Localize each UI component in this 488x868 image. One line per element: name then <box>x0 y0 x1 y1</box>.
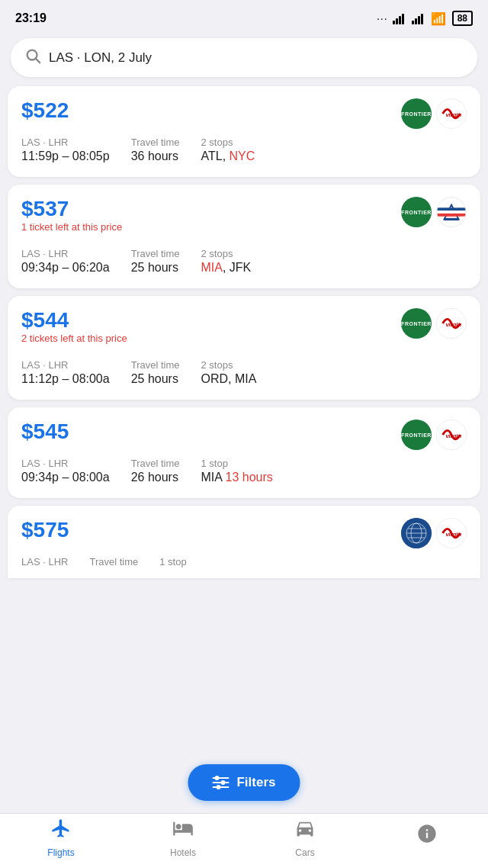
price-4: $545 <box>21 420 69 444</box>
airline-logos-1: FRONTIER virgin <box>401 98 467 129</box>
route-label-5: LAS · LHR <box>21 556 68 567</box>
status-bar: 23:19 ··· 📶 88 <box>0 0 488 34</box>
price-5: $575 <box>21 518 69 542</box>
travel-value-4: 26 hours <box>131 471 180 484</box>
travel-label-4: Travel time <box>131 458 180 469</box>
flight-details-4: LAS · LHR 09:34p – 08:00a Travel time 26… <box>21 458 467 484</box>
flight-details-1: LAS · LHR 11:59p – 08:05p Travel time 36… <box>21 137 467 163</box>
svg-text:virgin: virgin <box>445 531 461 538</box>
flight-route-5: LAS · LHR <box>21 556 68 569</box>
search-bar[interactable]: LAS · LON, 2 July <box>11 38 477 77</box>
filters-button[interactable]: Filters <box>188 764 300 801</box>
stops-label-1: 2 stops <box>201 137 255 148</box>
svg-text:virgin: virgin <box>445 111 461 118</box>
hotels-nav-label: Hotels <box>170 847 196 858</box>
svg-point-29 <box>216 785 220 789</box>
airline-logos-4: FRONTIER virgin <box>401 420 467 450</box>
cars-nav-label: Cars <box>295 847 314 858</box>
nav-flights[interactable]: Flights <box>0 818 122 858</box>
flight-card-4[interactable]: $545 FRONTIER virgin LAS · LHR 09:34p – … <box>8 407 480 498</box>
filters-label: Filters <box>236 775 275 790</box>
flight-card-1[interactable]: $522 FRONTIER virgin LAS · LHR <box>8 86 480 177</box>
virgin-logo-1: virgin <box>436 98 467 129</box>
flights-nav-label: Flights <box>47 847 74 858</box>
price-2: $537 <box>21 197 69 220</box>
signal2-icon <box>412 12 423 24</box>
bottom-nav: Flights Hotels Cars <box>0 813 488 868</box>
route-label-3: LAS · LHR <box>21 359 110 371</box>
travel-label-2: Travel time <box>131 248 180 259</box>
price-3: $544 <box>21 308 69 332</box>
card-header-5: $575 vir <box>21 518 467 548</box>
nav-info[interactable] <box>366 823 488 853</box>
flight-card-5[interactable]: $575 vir <box>8 506 480 578</box>
stops-detail-1: ATL, NYC <box>201 149 255 163</box>
frontier-logo-3: FRONTIER <box>401 308 432 339</box>
route-label-1: LAS · LHR <box>21 137 110 148</box>
united-logo-5 <box>401 518 432 548</box>
frontier-logo-1: FRONTIER <box>401 98 432 129</box>
stops-2: 2 stops MIA, JFK <box>201 248 251 275</box>
card-header-4: $545 FRONTIER virgin <box>21 420 467 450</box>
status-icons: ··· 📶 88 <box>377 11 473 26</box>
delta-logo-2 <box>436 197 467 227</box>
svg-text:virgin: virgin <box>445 321 461 328</box>
dots-icon: ··· <box>377 12 388 24</box>
svg-point-27 <box>214 776 219 780</box>
card-header-1: $522 FRONTIER virgin <box>21 98 467 129</box>
nav-hotels[interactable]: Hotels <box>122 818 244 858</box>
search-icon <box>24 47 41 68</box>
route-times-3: 11:12p – 08:00a <box>21 372 110 386</box>
route-label-2: LAS · LHR <box>21 248 110 259</box>
stops-label-4: 1 stop <box>201 458 272 469</box>
airline-logos-2: FRONTIER <box>401 197 467 227</box>
virgin-logo-3: virgin <box>436 308 467 339</box>
svg-point-28 <box>220 780 225 785</box>
info-icon <box>416 823 438 850</box>
price-1: $522 <box>21 98 69 123</box>
battery-icon: 88 <box>452 11 473 26</box>
travel-label-3: Travel time <box>131 359 180 371</box>
stops-3: 2 stops ORD, MIA <box>201 359 256 386</box>
hotels-icon <box>172 818 194 844</box>
card-header-3: $544 2 tickets left at this price FRONTI… <box>21 308 467 352</box>
travel-value-3: 25 hours <box>131 372 180 386</box>
travel-value-1: 36 hours <box>131 149 180 163</box>
travel-label-5: Travel time <box>89 556 138 567</box>
svg-text:virgin: virgin <box>445 432 461 439</box>
travel-time-1: Travel time 36 hours <box>131 137 180 163</box>
route-times-2: 09:34p – 06:20a <box>21 261 110 275</box>
travel-time-2: Travel time 25 hours <box>131 248 180 275</box>
stops-label-2: 2 stops <box>201 248 251 259</box>
flight-card-2[interactable]: $537 1 ticket left at this price FRONTIE… <box>8 185 480 288</box>
svg-rect-8 <box>437 207 466 211</box>
travel-time-3: Travel time 25 hours <box>131 359 180 386</box>
stops-detail-4: MIA 13 hours <box>201 471 272 484</box>
route-times-1: 11:59p – 08:05p <box>21 149 110 163</box>
flight-route-4: LAS · LHR 09:34p – 08:00a <box>21 458 110 484</box>
travel-label-1: Travel time <box>131 137 180 148</box>
flight-details-2: LAS · LHR 09:34p – 06:20a Travel time 25… <box>21 248 467 275</box>
ticket-alert-3: 2 tickets left at this price <box>21 333 127 344</box>
ticket-alert-2: 1 ticket left at this price <box>21 221 122 233</box>
virgin-logo-5: virgin <box>436 518 467 548</box>
flights-list: $522 FRONTIER virgin LAS · LHR <box>0 86 488 639</box>
signal-icon <box>393 12 404 24</box>
stops-1: 2 stops ATL, NYC <box>201 137 255 163</box>
svg-rect-9 <box>437 211 466 214</box>
airline-logos-3: FRONTIER virgin <box>401 308 467 339</box>
stops-label-3: 2 stops <box>201 359 256 371</box>
flight-route-2: LAS · LHR 09:34p – 06:20a <box>21 248 110 275</box>
route-times-4: 09:34p – 08:00a <box>21 471 110 484</box>
search-query: LAS · LON, 2 July <box>49 50 152 66</box>
svg-rect-10 <box>437 214 466 217</box>
flight-card-3[interactable]: $544 2 tickets left at this price FRONTI… <box>8 296 480 400</box>
stops-detail-2: MIA, JFK <box>201 261 251 275</box>
travel-time-5: Travel time <box>89 556 138 569</box>
stops-5: 1 stop <box>159 556 186 569</box>
nav-cars[interactable]: Cars <box>244 818 366 858</box>
cars-icon <box>294 818 316 844</box>
flights-icon <box>50 818 72 844</box>
wifi-icon: 📶 <box>431 11 446 26</box>
flight-details-5: LAS · LHR Travel time 1 stop <box>21 556 467 569</box>
